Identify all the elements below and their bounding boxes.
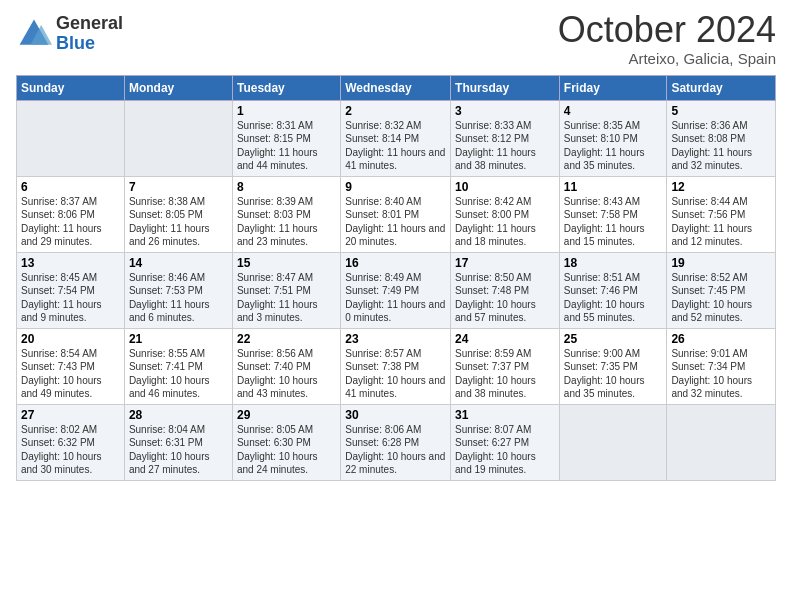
day-info: Sunrise: 9:00 AMSunset: 7:35 PMDaylight:… (564, 347, 663, 401)
weekday-header: Friday (559, 75, 667, 100)
day-number: 17 (455, 256, 555, 270)
calendar-week-row: 13Sunrise: 8:45 AMSunset: 7:54 PMDayligh… (17, 252, 776, 328)
day-number: 3 (455, 104, 555, 118)
day-info: Sunrise: 8:40 AMSunset: 8:01 PMDaylight:… (345, 195, 446, 249)
day-info: Sunrise: 8:31 AMSunset: 8:15 PMDaylight:… (237, 119, 336, 173)
calendar-day-cell: 5Sunrise: 8:36 AMSunset: 8:08 PMDaylight… (667, 100, 776, 176)
day-info: Sunrise: 8:06 AMSunset: 6:28 PMDaylight:… (345, 423, 446, 477)
day-number: 1 (237, 104, 336, 118)
day-number: 29 (237, 408, 336, 422)
main-container: General Blue October 2024 Arteixo, Galic… (0, 0, 792, 491)
calendar-week-row: 20Sunrise: 8:54 AMSunset: 7:43 PMDayligh… (17, 328, 776, 404)
weekday-header: Monday (124, 75, 232, 100)
day-info: Sunrise: 8:43 AMSunset: 7:58 PMDaylight:… (564, 195, 663, 249)
calendar-day-cell: 6Sunrise: 8:37 AMSunset: 8:06 PMDaylight… (17, 176, 125, 252)
calendar-day-cell: 14Sunrise: 8:46 AMSunset: 7:53 PMDayligh… (124, 252, 232, 328)
day-number: 18 (564, 256, 663, 270)
weekday-header: Thursday (451, 75, 560, 100)
month-title: October 2024 (558, 10, 776, 50)
calendar-day-cell: 23Sunrise: 8:57 AMSunset: 7:38 PMDayligh… (341, 328, 451, 404)
calendar-day-cell: 10Sunrise: 8:42 AMSunset: 8:00 PMDayligh… (451, 176, 560, 252)
calendar-day-cell: 3Sunrise: 8:33 AMSunset: 8:12 PMDaylight… (451, 100, 560, 176)
calendar-day-cell: 28Sunrise: 8:04 AMSunset: 6:31 PMDayligh… (124, 404, 232, 480)
day-number: 15 (237, 256, 336, 270)
day-info: Sunrise: 8:35 AMSunset: 8:10 PMDaylight:… (564, 119, 663, 173)
day-number: 7 (129, 180, 228, 194)
weekday-header: Wednesday (341, 75, 451, 100)
day-info: Sunrise: 8:32 AMSunset: 8:14 PMDaylight:… (345, 119, 446, 173)
day-info: Sunrise: 8:04 AMSunset: 6:31 PMDaylight:… (129, 423, 228, 477)
calendar-day-cell: 29Sunrise: 8:05 AMSunset: 6:30 PMDayligh… (232, 404, 340, 480)
calendar-day-cell: 31Sunrise: 8:07 AMSunset: 6:27 PMDayligh… (451, 404, 560, 480)
day-number: 25 (564, 332, 663, 346)
day-number: 23 (345, 332, 446, 346)
day-info: Sunrise: 8:56 AMSunset: 7:40 PMDaylight:… (237, 347, 336, 401)
weekday-header: Saturday (667, 75, 776, 100)
logo-general: General (56, 14, 123, 34)
day-info: Sunrise: 8:07 AMSunset: 6:27 PMDaylight:… (455, 423, 555, 477)
day-info: Sunrise: 8:52 AMSunset: 7:45 PMDaylight:… (671, 271, 771, 325)
day-number: 22 (237, 332, 336, 346)
day-info: Sunrise: 8:42 AMSunset: 8:00 PMDaylight:… (455, 195, 555, 249)
calendar-day-cell: 22Sunrise: 8:56 AMSunset: 7:40 PMDayligh… (232, 328, 340, 404)
calendar-day-cell: 24Sunrise: 8:59 AMSunset: 7:37 PMDayligh… (451, 328, 560, 404)
calendar-day-cell: 15Sunrise: 8:47 AMSunset: 7:51 PMDayligh… (232, 252, 340, 328)
weekday-header-row: SundayMondayTuesdayWednesdayThursdayFrid… (17, 75, 776, 100)
day-number: 4 (564, 104, 663, 118)
weekday-header: Tuesday (232, 75, 340, 100)
logo-text: General Blue (56, 14, 123, 54)
calendar-day-cell: 21Sunrise: 8:55 AMSunset: 7:41 PMDayligh… (124, 328, 232, 404)
day-number: 21 (129, 332, 228, 346)
weekday-header: Sunday (17, 75, 125, 100)
day-info: Sunrise: 8:51 AMSunset: 7:46 PMDaylight:… (564, 271, 663, 325)
day-info: Sunrise: 9:01 AMSunset: 7:34 PMDaylight:… (671, 347, 771, 401)
calendar-day-cell: 30Sunrise: 8:06 AMSunset: 6:28 PMDayligh… (341, 404, 451, 480)
location: Arteixo, Galicia, Spain (558, 50, 776, 67)
day-number: 30 (345, 408, 446, 422)
calendar-day-cell (559, 404, 667, 480)
calendar-day-cell: 19Sunrise: 8:52 AMSunset: 7:45 PMDayligh… (667, 252, 776, 328)
day-number: 12 (671, 180, 771, 194)
day-number: 5 (671, 104, 771, 118)
day-number: 16 (345, 256, 446, 270)
day-number: 19 (671, 256, 771, 270)
calendar-day-cell: 27Sunrise: 8:02 AMSunset: 6:32 PMDayligh… (17, 404, 125, 480)
day-number: 2 (345, 104, 446, 118)
day-number: 10 (455, 180, 555, 194)
day-info: Sunrise: 8:02 AMSunset: 6:32 PMDaylight:… (21, 423, 120, 477)
logo: General Blue (16, 14, 123, 54)
calendar-day-cell: 20Sunrise: 8:54 AMSunset: 7:43 PMDayligh… (17, 328, 125, 404)
day-info: Sunrise: 8:46 AMSunset: 7:53 PMDaylight:… (129, 271, 228, 325)
calendar-day-cell: 26Sunrise: 9:01 AMSunset: 7:34 PMDayligh… (667, 328, 776, 404)
day-number: 28 (129, 408, 228, 422)
day-number: 14 (129, 256, 228, 270)
title-block: October 2024 Arteixo, Galicia, Spain (558, 10, 776, 67)
day-number: 6 (21, 180, 120, 194)
day-number: 11 (564, 180, 663, 194)
day-info: Sunrise: 8:33 AMSunset: 8:12 PMDaylight:… (455, 119, 555, 173)
day-info: Sunrise: 8:36 AMSunset: 8:08 PMDaylight:… (671, 119, 771, 173)
calendar-week-row: 27Sunrise: 8:02 AMSunset: 6:32 PMDayligh… (17, 404, 776, 480)
calendar-week-row: 6Sunrise: 8:37 AMSunset: 8:06 PMDaylight… (17, 176, 776, 252)
calendar-day-cell: 17Sunrise: 8:50 AMSunset: 7:48 PMDayligh… (451, 252, 560, 328)
calendar-day-cell: 4Sunrise: 8:35 AMSunset: 8:10 PMDaylight… (559, 100, 667, 176)
calendar-day-cell: 13Sunrise: 8:45 AMSunset: 7:54 PMDayligh… (17, 252, 125, 328)
day-info: Sunrise: 8:45 AMSunset: 7:54 PMDaylight:… (21, 271, 120, 325)
day-info: Sunrise: 8:37 AMSunset: 8:06 PMDaylight:… (21, 195, 120, 249)
day-info: Sunrise: 8:55 AMSunset: 7:41 PMDaylight:… (129, 347, 228, 401)
day-info: Sunrise: 8:49 AMSunset: 7:49 PMDaylight:… (345, 271, 446, 325)
day-info: Sunrise: 8:54 AMSunset: 7:43 PMDaylight:… (21, 347, 120, 401)
day-info: Sunrise: 8:47 AMSunset: 7:51 PMDaylight:… (237, 271, 336, 325)
logo-icon (16, 16, 52, 52)
calendar-day-cell (17, 100, 125, 176)
calendar-day-cell: 12Sunrise: 8:44 AMSunset: 7:56 PMDayligh… (667, 176, 776, 252)
calendar-day-cell: 9Sunrise: 8:40 AMSunset: 8:01 PMDaylight… (341, 176, 451, 252)
day-number: 9 (345, 180, 446, 194)
day-info: Sunrise: 8:39 AMSunset: 8:03 PMDaylight:… (237, 195, 336, 249)
logo-blue: Blue (56, 34, 123, 54)
day-number: 8 (237, 180, 336, 194)
day-info: Sunrise: 8:59 AMSunset: 7:37 PMDaylight:… (455, 347, 555, 401)
day-info: Sunrise: 8:50 AMSunset: 7:48 PMDaylight:… (455, 271, 555, 325)
calendar-day-cell: 11Sunrise: 8:43 AMSunset: 7:58 PMDayligh… (559, 176, 667, 252)
calendar-week-row: 1Sunrise: 8:31 AMSunset: 8:15 PMDaylight… (17, 100, 776, 176)
